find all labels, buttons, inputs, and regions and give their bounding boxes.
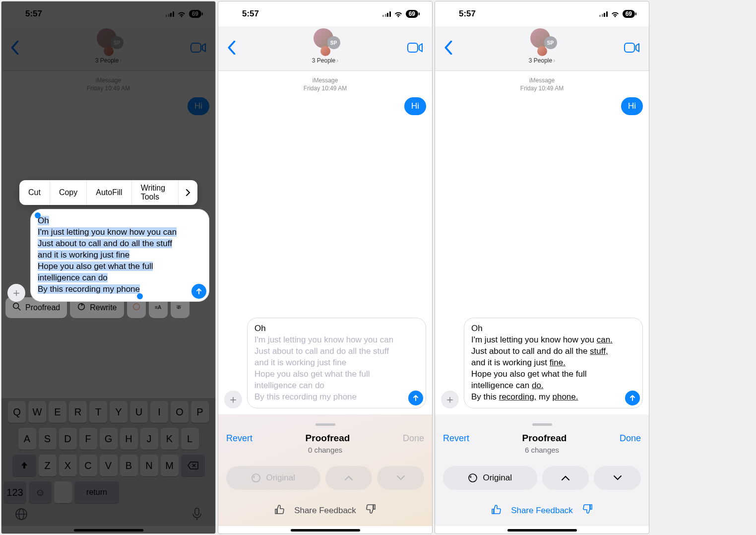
more-menuitem[interactable] <box>179 189 197 197</box>
dictate-key[interactable] <box>191 507 202 523</box>
key-m[interactable]: M <box>161 455 179 476</box>
next-change-button[interactable] <box>377 466 424 490</box>
svg-rect-0 <box>191 43 201 52</box>
facetime-button[interactable] <box>190 42 206 55</box>
key-u[interactable]: U <box>130 401 148 423</box>
compose-field[interactable]: Oh I'm just letting you know how you can… <box>30 209 209 302</box>
emoji-key[interactable]: ☺ <box>29 481 52 503</box>
writing-tools-menuitem[interactable]: Writing Tools <box>132 180 179 205</box>
thumbs-down-icon <box>365 504 376 517</box>
svg-text:क: क <box>176 304 181 310</box>
prev-change-button[interactable] <box>542 466 589 490</box>
cut-menuitem[interactable]: Cut <box>19 180 50 205</box>
cellular-icon <box>382 11 391 17</box>
key-k[interactable]: K <box>161 428 179 450</box>
shift-key[interactable] <box>12 455 36 476</box>
nav-header: SP 3 People› <box>1 26 215 71</box>
home-indicator[interactable] <box>74 529 143 532</box>
add-button[interactable]: ＋ <box>7 284 25 302</box>
service-label: iMessage <box>224 77 426 85</box>
selection-handle-end[interactable] <box>137 293 143 299</box>
status-time: 5:57 <box>459 9 476 19</box>
back-button[interactable] <box>444 41 453 57</box>
original-label: Original <box>266 473 295 483</box>
key-g[interactable]: G <box>100 428 118 450</box>
key-j[interactable]: J <box>140 428 158 450</box>
original-button[interactable]: Original <box>226 466 320 490</box>
prev-change-button[interactable] <box>325 466 373 490</box>
key-w[interactable]: W <box>28 401 46 423</box>
done-button[interactable]: Done <box>620 433 641 444</box>
key-c[interactable]: C <box>79 455 97 476</box>
add-button[interactable]: ＋ <box>224 391 242 408</box>
key-p[interactable]: P <box>191 401 209 423</box>
chat-header[interactable]: SP 3 People› <box>94 28 124 64</box>
key-i[interactable]: I <box>150 401 168 423</box>
chat-header[interactable]: SP 3 People› <box>311 28 340 64</box>
status-time: 5:57 <box>242 9 259 19</box>
globe-key[interactable] <box>14 507 28 523</box>
send-button[interactable] <box>408 391 423 405</box>
back-button[interactable] <box>227 41 236 57</box>
svg-line-2 <box>18 308 21 311</box>
original-button[interactable]: Original <box>443 466 537 490</box>
key-d[interactable]: D <box>59 428 77 450</box>
copy-menuitem[interactable]: Copy <box>50 180 87 205</box>
key-b[interactable]: B <box>120 455 138 476</box>
compose-text: Oh <box>254 323 404 334</box>
share-feedback[interactable]: Share Feedback <box>443 504 641 517</box>
key-q[interactable]: Q <box>8 401 26 423</box>
delete-key[interactable] <box>181 455 205 476</box>
compose-field[interactable]: Oh I'm just letting you know how you can… <box>247 318 426 408</box>
key-v[interactable]: V <box>100 455 118 476</box>
compose-field[interactable]: Oh I'm just letting you know how you can… <box>464 318 643 408</box>
conversation: iMessageFriday 10:49 AM Hi ＋ Oh I'm just… <box>218 71 432 414</box>
revert-button[interactable]: Revert <box>443 433 469 444</box>
done-button[interactable]: Done <box>403 433 424 444</box>
key-h[interactable]: H <box>120 428 138 450</box>
screen-writing-tools-menu: 5:57 69 SP 3 People› iMessageFriday 10:4… <box>1 1 216 534</box>
return-key[interactable]: return <box>74 481 119 503</box>
revert-button[interactable]: Revert <box>226 433 252 444</box>
space-key[interactable] <box>54 481 72 503</box>
chat-header[interactable]: SP 3 People› <box>527 28 557 64</box>
key-l[interactable]: L <box>181 428 199 450</box>
sheet-grabber[interactable] <box>532 423 552 426</box>
status-bar: 5:57 69 <box>1 1 215 26</box>
key-s[interactable]: S <box>39 428 57 450</box>
send-button[interactable] <box>191 284 206 299</box>
rewrite-label: Rewrite <box>90 303 117 312</box>
svg-rect-10 <box>195 508 199 515</box>
sheet-grabber[interactable] <box>315 423 335 426</box>
key-x[interactable]: X <box>59 455 77 476</box>
svg-rect-13 <box>625 43 634 52</box>
numbers-key[interactable]: 123 <box>3 481 26 503</box>
key-y[interactable]: Y <box>110 401 127 423</box>
key-e[interactable]: E <box>49 401 66 423</box>
share-feedback[interactable]: Share Feedback <box>226 504 424 517</box>
status-right: 69 <box>166 10 201 18</box>
next-change-button[interactable] <box>594 466 641 490</box>
facetime-button[interactable] <box>624 42 640 55</box>
key-f[interactable]: F <box>79 428 97 450</box>
key-o[interactable]: O <box>171 401 189 423</box>
keyboard[interactable]: QWERTYUIOP ASDFGHJKL ZXCVBNM 123 ☺ retur… <box>1 398 215 526</box>
back-button[interactable] <box>10 41 19 57</box>
key-r[interactable]: R <box>69 401 87 423</box>
facetime-button[interactable] <box>407 42 423 55</box>
home-indicator[interactable] <box>291 529 360 532</box>
autofill-menuitem[interactable]: AutoFill <box>87 180 131 205</box>
rewrite-icon <box>77 302 86 313</box>
thumbs-down-icon <box>582 504 593 517</box>
svg-point-4 <box>133 304 139 310</box>
proofread-panel: Revert Proofread Done 0 changes Original… <box>218 414 432 526</box>
wifi-icon <box>177 10 186 17</box>
add-button[interactable]: ＋ <box>441 391 459 408</box>
send-button[interactable] <box>625 391 640 405</box>
key-n[interactable]: N <box>140 455 158 476</box>
key-t[interactable]: T <box>89 401 107 423</box>
home-indicator[interactable] <box>507 529 577 532</box>
key-a[interactable]: A <box>18 428 36 450</box>
selection-handle-start[interactable] <box>35 212 41 218</box>
key-z[interactable]: Z <box>39 455 57 476</box>
